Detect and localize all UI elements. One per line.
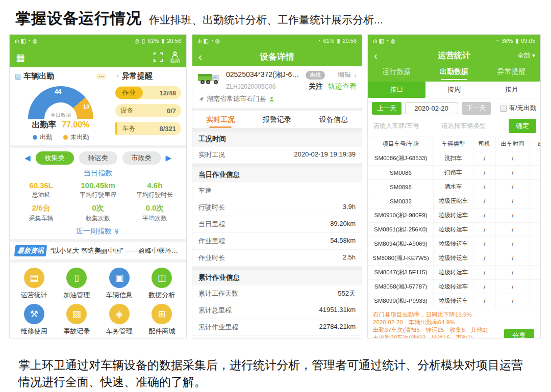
app-icon: ⚒ — [24, 304, 44, 324]
prev-day-button[interactable]: 上一天 — [372, 102, 402, 115]
edit-button[interactable]: 编辑 — [338, 70, 351, 80]
app-shortcut[interactable]: ▨ 事故记录 — [56, 304, 98, 336]
plate-cell: SM8080(湘J-KE7W5) — [368, 251, 434, 266]
phone3-tab[interactable]: 运行数据 — [368, 64, 425, 82]
dropdown-icon: ▾ — [532, 52, 535, 59]
table-row[interactable]: SM0086 扫路车 / / — [368, 166, 541, 180]
phone2-navbar: ‹ 设备详情 — [192, 47, 362, 66]
category-tab[interactable]: 收集类 — [36, 151, 74, 165]
category-tab[interactable]: 转运类 — [79, 151, 117, 165]
profile-button[interactable]: 我的 — [170, 51, 180, 64]
phone2-tab[interactable]: 实时工况 — [192, 111, 249, 128]
phone3-tab[interactable]: 异常提醒 — [483, 64, 540, 82]
alert-row[interactable]: 作业 12/48 — [115, 86, 181, 99]
date-input[interactable] — [405, 102, 458, 114]
follow-button[interactable]: 关注 — [309, 82, 323, 91]
chevron-down-icon: ≫ — [113, 228, 120, 235]
plate-cell: SM0910(湘J-980F9) — [368, 208, 434, 223]
table-row[interactable]: SM8090(湘J-P9933) 垃圾转运车 / / — [368, 294, 541, 308]
gauge-yellow-value: 13 — [83, 103, 89, 110]
app-shortcut[interactable]: ▣ 车辆信息 — [98, 268, 141, 300]
plate-cell: SM0086 — [368, 166, 434, 180]
alert-row[interactable]: 设备 0/7 — [115, 104, 181, 117]
confirm-button[interactable]: 确定 — [509, 119, 536, 133]
status-icons-left: ılı ◧ ◔ ◍ — [197, 38, 220, 44]
time-cell: / — [496, 194, 530, 208]
weekly-index-link[interactable]: 近一周指数 ≫ — [10, 224, 186, 239]
plate-cell: SM0898 — [368, 180, 434, 194]
stat-value: 2/6台 — [13, 203, 69, 213]
table-row[interactable]: SM8047(湘J-5E115) 垃圾转运车 / / — [368, 266, 541, 280]
period-segment[interactable]: 按日 — [368, 82, 425, 98]
page-header: 掌握设备运行情况 作业排班、出勤统计分析、工作量统计展示分析... — [0, 0, 551, 34]
table-row[interactable]: SM0898 洒水车 / / — [368, 180, 541, 194]
phone2-tab[interactable]: 报警记录 — [249, 111, 306, 128]
app-icon: ◫ — [152, 268, 172, 288]
time-cell: / — [496, 208, 530, 223]
scan-frame-icon[interactable] — [154, 53, 163, 62]
plate-search-input[interactable] — [372, 120, 436, 132]
vehicle-type-select[interactable] — [440, 120, 505, 132]
page-indicator — [10, 338, 186, 338]
chevron-right-icon[interactable]: › — [354, 71, 357, 80]
news-ticker[interactable]: 最新资讯 “以小见大 智造美丽中国” ——盈峰中联环境... — [10, 242, 186, 259]
app-shortcut[interactable]: ▤ 运营统计 — [13, 268, 56, 300]
app-shortcut[interactable]: ⊞ 配件商城 — [141, 304, 184, 336]
stat-value: 100.45km — [69, 181, 126, 190]
info-row: 作业时长2.5h — [192, 250, 362, 267]
period-segment[interactable]: 按月 — [483, 82, 540, 98]
app-shortcut[interactable]: ◫ 数据分析 — [141, 268, 184, 300]
plate-cell: SM0086(湘J-68533) — [368, 151, 434, 166]
phone3-tab[interactable]: 出勤数据 — [425, 64, 483, 82]
track-view-link[interactable]: 轨迹查看 — [328, 82, 357, 91]
gauge-center-label: 今日数据 — [28, 112, 93, 119]
stat-label: 平均行驶里程 — [69, 191, 126, 199]
extra-cell — [530, 294, 541, 308]
table-row[interactable]: SM0832 垃圾压缩车 / / — [368, 194, 541, 208]
type-cell: 垃圾压缩车 — [434, 194, 473, 208]
news-headline: “以小见大 智造美丽中国” ——盈峰中联环境... — [51, 246, 181, 255]
category-tab[interactable]: 市政类 — [122, 151, 161, 165]
share-button[interactable]: 分享 — [504, 329, 534, 338]
table-row[interactable]: SM8094(湘J-A9069) 垃圾转运车 / / — [368, 237, 541, 251]
stat-value: 4.6h — [127, 181, 183, 190]
next-category-arrow-icon[interactable]: ▶ — [166, 153, 172, 163]
driver-cell: / — [473, 208, 496, 223]
clock-icon: ◔ — [317, 38, 321, 44]
page-subtitle: 作业排班、出勤统计分析、工作量统计展示分析... — [149, 13, 383, 27]
period-segment[interactable]: 按周 — [425, 82, 483, 98]
phone2-tab[interactable]: 设备信息 — [305, 111, 362, 128]
clock-time: 20:56 — [342, 38, 357, 44]
alert-row[interactable]: 车务 8/321 — [115, 122, 181, 135]
section-title: 当日作业信息 — [192, 167, 362, 182]
prev-category-arrow-icon[interactable]: ◀ — [24, 153, 31, 163]
gauge-blue-value: 44 — [55, 88, 61, 95]
app-shortcut[interactable]: ⚒ 维修使用 — [13, 304, 56, 336]
app-shortcut[interactable]: ◈ 车务管理 — [98, 304, 141, 336]
table-row[interactable]: SM8058(湘J-57787) 垃圾转运车 / / — [368, 280, 541, 294]
clock-icon: ◔ — [115, 72, 119, 80]
table-row[interactable]: SM0861(湘J-256K0) 垃圾转运车 / / — [368, 223, 541, 237]
next-day-button[interactable]: 下一天 — [462, 102, 491, 115]
app-shortcut[interactable]: ▯ 加油管理 — [56, 268, 98, 300]
driver-cell: / — [473, 294, 496, 308]
attendance-filter-checkbox[interactable] — [500, 106, 507, 112]
table-row[interactable]: SM8080(湘J-KE7W5) 垃圾转运车 / / — [368, 251, 541, 266]
time-cell: / — [496, 294, 530, 308]
info-row: 作业里程54.58km — [192, 233, 362, 250]
realtime-status-panel: 工况时间 实时工况2020-02-19 19:19:39 当日作业信息 车速行驶… — [192, 128, 362, 338]
app-label: 加油管理 — [63, 291, 90, 300]
table-row[interactable]: SM0086(湘J-68533) 洗扫车 / / — [368, 151, 541, 166]
filter-all-dropdown[interactable]: 全部 ▾ — [517, 51, 535, 60]
type-cell: 垃圾转运车 — [434, 251, 473, 266]
clock-icon: ◔ — [496, 38, 499, 44]
battery-percent: 61% — [147, 38, 159, 44]
info-value: 2.5h — [343, 253, 356, 263]
more-options-button[interactable]: ⋯ — [96, 73, 107, 80]
back-icon[interactable]: ‹ — [198, 51, 202, 63]
table-row[interactable]: SM0910(湘J-980F9) 垃圾转运车 / / — [368, 208, 541, 223]
plate-cell: SM8094(湘J-A9069) — [368, 237, 434, 251]
qr-scan-icon[interactable]: ▦ — [16, 53, 25, 62]
back-icon[interactable]: ‹ — [374, 50, 378, 62]
driver-cell: / — [473, 251, 496, 266]
